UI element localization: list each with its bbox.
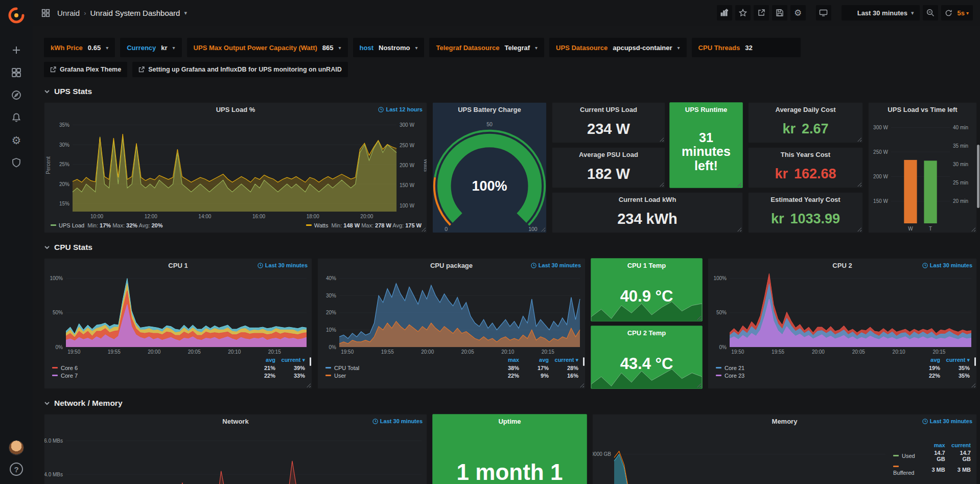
svg-text:10:00: 10:00 [90, 214, 103, 219]
sidebar-create-button[interactable] [5, 39, 28, 61]
svg-text:4.0 MBs: 4.0 MBs [44, 472, 63, 477]
section-network-memory[interactable]: Network / Memory [44, 396, 977, 410]
panel-estimated-yearly-cost: Estimated Yearly Cost kr1033.99 [748, 192, 863, 233]
section-ups-stats[interactable]: UPS Stats [44, 84, 977, 99]
clock-icon [922, 263, 928, 268]
navbar-actions: ⚙ Last 30 minutes ▾ 5 [717, 5, 973, 20]
sidebar-alerting-button[interactable] [5, 106, 28, 129]
svg-text:20:00: 20:00 [812, 349, 825, 355]
add-panel-button[interactable] [717, 5, 732, 20]
svg-text:0%: 0% [56, 344, 63, 350]
cpu-stats-row: CPU 1 Last 30 minutes 0%50%100%19:5019:5… [44, 258, 977, 389]
ups-load-chart[interactable]: 15%20%25%30%35%100 W150 W200 W250 W300 W… [44, 116, 427, 220]
sidebar-dashboards-button[interactable] [5, 61, 28, 84]
svg-text:20%: 20% [326, 310, 336, 315]
ups-load-vs-time-chart[interactable]: 150 W200 W250 W300 W20 min25 min30 min35… [869, 116, 976, 233]
sidebar-explore-button[interactable] [5, 84, 28, 106]
svg-text:20:15: 20:15 [542, 349, 554, 355]
time-override: Last 30 minutes [922, 414, 972, 428]
refresh-icon[interactable] [941, 5, 956, 20]
memory-legend[interactable]: maxcurrentUsed14.7 GB14.7 GBBuffered3 MB… [891, 428, 976, 484]
variable-cpu-threads[interactable]: CPU Threads32 [692, 38, 801, 57]
clock-icon [258, 263, 263, 268]
page-scrollbar[interactable] [977, 145, 979, 208]
variable-telegraf-datasource[interactable]: Telegraf DatasourceTelegraf▾ [429, 38, 544, 57]
link-grafana-plex-theme[interactable]: Grafana Plex Theme [44, 62, 127, 77]
panel-title: UPS Load vs Time left [888, 106, 957, 113]
grafana-logo[interactable] [6, 5, 27, 26]
save-button[interactable] [772, 5, 787, 20]
cpu-temp-column: CPU 1 Temp 40.9 °C CPU 2 Temp 43.4 °C [591, 258, 703, 389]
svg-text:18:00: 18:00 [307, 214, 319, 219]
stat-value: 234 kWh [552, 206, 742, 233]
tv-mode-button[interactable] [816, 5, 831, 20]
variable-kwh-price[interactable]: kWh Price0.65▾ [44, 38, 115, 57]
user-avatar[interactable] [9, 440, 24, 455]
panel-title: CPU package [430, 262, 473, 269]
svg-text:19:50: 19:50 [731, 349, 744, 355]
section-cpu-stats[interactable]: CPU Stats [44, 240, 977, 255]
svg-text:30%: 30% [326, 293, 336, 298]
time-range-picker[interactable]: Last 30 minutes ▾ [842, 5, 920, 20]
cpu2-chart[interactable]: 0%50%100%19:5019:5520:0020:0520:1020:15 [708, 272, 976, 356]
variable-host[interactable]: hostNostromo▾ [353, 38, 425, 57]
svg-text:0%: 0% [719, 344, 727, 350]
svg-text:150 W: 150 W [873, 198, 888, 204]
stat-value: 31 minutes left! [670, 116, 742, 188]
chevron-down-icon: ▾ [678, 45, 680, 51]
ups-stats-row: UPS Load % Last 12 hours 15%20%25%30%35%… [44, 102, 977, 233]
variable-ups-max-output[interactable]: UPS Max Output Power Capacity (Watt)865▾ [187, 38, 348, 57]
stat-value: 234 W [552, 116, 665, 143]
breadcrumb-folder[interactable]: Unraid [57, 9, 80, 17]
cpu2-legend[interactable]: avgcurrent ▾Core 2119%35%Core 2322%35% [708, 356, 976, 388]
cpu1-temp-sparkline [591, 300, 702, 321]
cpu1-chart[interactable]: 0%50%100%19:5019:5520:0020:0520:1020:15 [44, 272, 312, 356]
sidebar-admin-button[interactable] [5, 151, 28, 174]
breadcrumb-separator: › [84, 9, 86, 17]
ups-battery-gauge[interactable]: 02050100100% [433, 116, 546, 233]
zoom-out-button[interactable] [923, 5, 938, 20]
sidebar-configuration-button[interactable]: ⚙ [5, 129, 28, 151]
variable-ups-datasource[interactable]: UPS Datasourceapcupsd-container▾ [549, 38, 686, 57]
help-button[interactable]: ? [10, 463, 23, 476]
svg-text:100%: 100% [713, 275, 727, 281]
svg-text:100%: 100% [50, 275, 63, 281]
svg-text:30 min: 30 min [953, 162, 968, 167]
panel-title: UPS Battery Charge [458, 106, 521, 113]
stat-value: 1 month 1 [433, 428, 587, 484]
link-ups-monitoring-guide[interactable]: Setting up Grafana and InfluxDB for UPS … [132, 62, 347, 77]
chevron-down-icon [44, 88, 50, 95]
panel-title: UPS Load % [216, 106, 255, 113]
stat-value: kr2.67 [749, 116, 862, 143]
svg-text:0: 0 [445, 226, 448, 232]
memory-chart[interactable]: 50.000000 GB60.000000 GB70.000000 GB [593, 428, 891, 484]
dashboard-settings-button[interactable]: ⚙ [790, 5, 806, 20]
time-override: Last 12 hours [378, 103, 423, 116]
svg-text:19:50: 19:50 [341, 349, 354, 355]
svg-text:19:55: 19:55 [381, 349, 394, 355]
cpu-threads-input[interactable]: 32 [745, 44, 794, 52]
network-chart[interactable]: 2.0 MBs4.0 MBs6.0 MBs [44, 428, 427, 484]
dashboard-grid-icon[interactable] [38, 5, 53, 20]
chevron-down-icon[interactable]: ▾ [184, 10, 187, 16]
clock-icon [922, 419, 928, 424]
variable-currency[interactable]: Currencykr▾ [120, 38, 181, 57]
svg-text:50%: 50% [53, 310, 63, 315]
cpu-package-legend[interactable]: maxavgcurrent ▾CPU Total38%17%28%User22%… [318, 356, 585, 388]
svg-text:Watts: Watts [423, 159, 427, 172]
breadcrumb-title[interactable]: Unraid System Dashboard [90, 9, 180, 17]
cpu1-legend[interactable]: avgcurrent ▾Core 621%39%Core 722%33% [44, 356, 312, 388]
cpu-package-chart[interactable]: 0%10%20%30%40%19:5019:5520:0020:0520:102… [318, 272, 585, 356]
panel-cpu-package: CPU package Last 30 minutes 0%10%20%30%4… [317, 258, 586, 389]
share-button[interactable] [754, 5, 769, 20]
svg-text:50%: 50% [716, 310, 727, 315]
svg-text:20:00: 20:00 [421, 349, 434, 355]
panel-title: Memory [772, 418, 798, 425]
panel-title: CPU 2 [832, 262, 852, 269]
star-button[interactable] [735, 5, 751, 20]
panel-average-daily-cost: Average Daily Cost kr2.67 [748, 102, 863, 143]
navbar: Unraid › Unraid System Dashboard ▾ ⚙ [33, 0, 980, 26]
ups-load-legend[interactable]: UPS Load Min: 17% Max: 32% Avg: 20%Watts… [44, 220, 427, 233]
refresh-control[interactable]: 5s ▾ [941, 5, 973, 20]
ups-cost-column: Average Daily Cost kr2.67 This Years Cos… [748, 102, 863, 233]
